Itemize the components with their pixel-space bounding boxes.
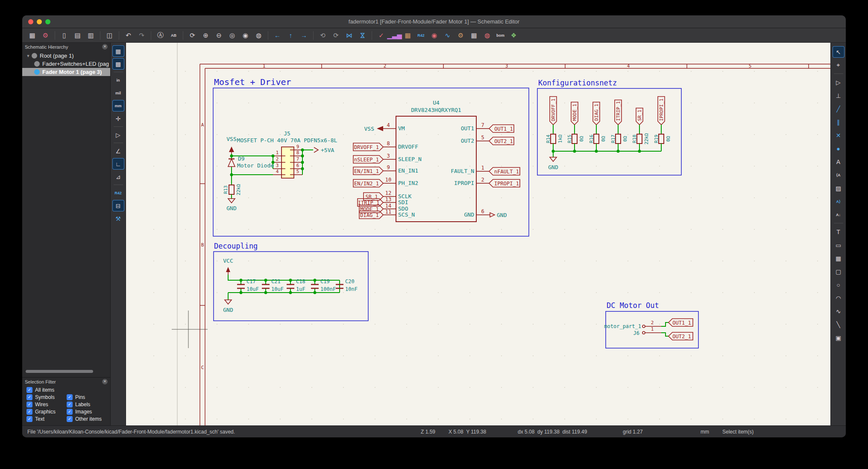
cursor-full-crosshair-button[interactable]: ✛ xyxy=(112,113,124,124)
nav-up-button[interactable]: ↑ xyxy=(285,30,296,41)
wrench-tools-button[interactable]: ⚒ xyxy=(112,213,124,224)
filter-other-items[interactable]: ✓Other items xyxy=(67,416,107,422)
checkbox-checked-icon[interactable]: ✓ xyxy=(67,402,73,407)
find-replace-button[interactable]: AB xyxy=(168,30,179,41)
checkbox-checked-icon[interactable]: ✓ xyxy=(26,416,32,422)
cap-c19[interactable]: C19 100nF xyxy=(311,278,336,294)
sheet-item-2[interactable]: Fader Motor 1 (page 3) xyxy=(22,68,110,76)
units-mils-button[interactable]: mil xyxy=(112,87,124,99)
branch-itrip[interactable]: ITRIP_1 R17 0Ω xyxy=(610,100,628,151)
symbol-d9-diode[interactable]: D9 Motor Diode xyxy=(228,155,274,169)
power-vss-j5[interactable]: VSS xyxy=(226,136,236,154)
new-sheet-button[interactable]: ▯ xyxy=(59,30,70,41)
mirror-vertical-button[interactable]: ⋈ xyxy=(357,30,368,41)
highlight-net-button[interactable]: ⌖ xyxy=(833,59,845,71)
units-inches-button[interactable]: in xyxy=(112,74,124,86)
add-wire-button[interactable]: ╱ xyxy=(833,103,845,114)
hierarchy-close-icon[interactable]: ✕ xyxy=(102,44,108,50)
filter-images[interactable]: ✓Images xyxy=(67,409,107,415)
erc-markers-button[interactable]: ◍ xyxy=(481,30,493,41)
symbol-checker-button[interactable]: ◉ xyxy=(428,30,440,41)
power-vss-u4[interactable]: VSS xyxy=(364,126,383,132)
nav-forward-button[interactable]: → xyxy=(298,30,310,41)
annotate-auto-button[interactable]: R42 xyxy=(112,187,124,199)
rotate-ccw-button[interactable]: ⟲ xyxy=(317,30,328,41)
sim-settings-button[interactable]: ▦ xyxy=(402,30,413,41)
schematic-drawing[interactable]: 1 2 3 4 5 A B C Mosfet + Driver xyxy=(126,43,830,425)
add-junction-button[interactable]: ● xyxy=(833,143,845,154)
waveform-viewer-button[interactable]: ∿ xyxy=(442,30,453,41)
titlebar[interactable]: fadermotor1 [Fader-Front-Module/Fader Mo… xyxy=(22,15,846,28)
add-arc-button[interactable]: ◠ xyxy=(833,292,845,304)
units-mm-button[interactable]: mm xyxy=(112,100,124,111)
add-bus-button[interactable]: ∥ xyxy=(833,116,845,128)
tree-expand-icon[interactable]: ▼ xyxy=(26,54,31,58)
zoom-in-button[interactable]: ⊕ xyxy=(200,30,211,41)
save-button[interactable]: ▦ xyxy=(26,30,38,41)
zoom-fit-page-button[interactable]: ◎ xyxy=(226,30,238,41)
zoom-selection-button[interactable]: ◍ xyxy=(253,30,264,41)
global-labels-u4-right[interactable]: OUT1_1 OUT2_1 nFAULT_1 IPROPI_1 GND xyxy=(489,125,520,218)
sheet-item-0[interactable]: ▼Root (page 1) xyxy=(22,52,110,60)
checkbox-checked-icon[interactable]: ✓ xyxy=(26,394,32,400)
schematic-setup-button[interactable]: ⚙ xyxy=(40,30,51,41)
cap-c21[interactable]: C21 10uF xyxy=(262,278,284,294)
select-tool-button[interactable]: ↖ xyxy=(833,46,845,58)
selection-filter-close-icon[interactable]: ✕ xyxy=(102,379,108,384)
filter-text[interactable]: ✓Text xyxy=(26,416,67,422)
global-labels-u4-left[interactable]: DRVOFF_1 nSLEEP_1 EN/IN1_1 EN/IN2_1 SR_1… xyxy=(353,143,383,219)
add-line-button[interactable]: ╲ xyxy=(833,319,845,330)
refresh-view-button[interactable]: ⟳ xyxy=(187,30,198,41)
symbol-u4-driver[interactable]: U4 DRV8243HQRXYRQ1 4 8 3 9 10 12 xyxy=(380,100,490,222)
add-hier-label-button[interactable]: A⟩ xyxy=(833,196,845,207)
checkbox-checked-icon[interactable]: ✓ xyxy=(67,394,73,400)
cap-c17[interactable]: C17 10uF xyxy=(237,278,259,294)
add-hier-sheet-button[interactable]: ▨ xyxy=(833,182,845,194)
import-sheet-pin-button[interactable]: A↓ xyxy=(833,209,845,220)
symbol-r13[interactable]: R13 22kΩ xyxy=(223,184,241,199)
add-circle-button[interactable]: ○ xyxy=(833,279,845,290)
power-5va[interactable]: +5VA xyxy=(314,147,334,153)
add-net-label-button[interactable]: A xyxy=(833,156,845,167)
zoom-fit-objects-button[interactable]: ◉ xyxy=(240,30,251,41)
rotate-cw-button[interactable]: ⟳ xyxy=(330,30,342,41)
konfig-branches[interactable]: DRVOFF_1 R14 1kΩ MODE_1 R15 xyxy=(545,97,671,151)
wire-45-angle-button[interactable]: ⊿ xyxy=(112,171,124,182)
annotate-button[interactable]: R42 xyxy=(415,30,427,41)
add-global-label-button[interactable]: ⟨A xyxy=(833,169,845,181)
branch-sr[interactable]: SR_1 R18 22kΩ xyxy=(632,108,649,151)
assign-footprints-button[interactable]: ⚙ xyxy=(455,30,466,41)
power-gnd-j5[interactable]: GND xyxy=(226,199,237,211)
add-text-button[interactable]: T xyxy=(833,226,845,237)
add-table-button[interactable]: ▦ xyxy=(833,252,845,264)
filter-graphics[interactable]: ✓Graphics xyxy=(26,409,67,415)
zoom-out-button[interactable]: ⊖ xyxy=(213,30,225,41)
mirror-horizontal-button[interactable]: ⋈ xyxy=(343,30,355,41)
branch-diag[interactable]: DIAG_1 R16 0Ω xyxy=(589,102,606,151)
erc-button[interactable]: ✓ xyxy=(375,30,387,41)
plot-button[interactable]: ▥ xyxy=(85,30,97,41)
filter-pins[interactable]: ✓Pins xyxy=(67,394,107,400)
undo-button[interactable]: ↶ xyxy=(123,30,134,41)
filter-all-items[interactable]: ✓All items xyxy=(26,387,107,393)
simulator-button[interactable]: ▁▃▅ xyxy=(389,30,400,41)
hierarchy-navigator-button[interactable]: ⊟ xyxy=(112,200,124,211)
nav-back-button[interactable]: ← xyxy=(272,30,283,41)
checkbox-checked-icon[interactable]: ✓ xyxy=(26,402,32,407)
symbol-fields-table-button[interactable]: ▦ xyxy=(468,30,480,41)
checkbox-checked-icon[interactable]: ✓ xyxy=(26,409,32,415)
add-power-port-button[interactable]: ⊥ xyxy=(833,90,845,101)
grid-visibility-button[interactable]: ▦ xyxy=(112,45,124,57)
cap-c18[interactable]: C18 1uF xyxy=(287,278,305,294)
filter-wires[interactable]: ✓Wires xyxy=(26,402,67,407)
checkbox-checked-icon[interactable]: ✓ xyxy=(67,416,73,422)
section-dc-motor-out[interactable]: DC Motor Out motor_part_1 J6 2 1 OUT1_1 … xyxy=(604,301,698,348)
wire-free-angle-button[interactable]: ∠ xyxy=(112,145,124,157)
redo-button[interactable]: ↷ xyxy=(136,30,147,41)
branch-mode[interactable]: MODE_1 R15 0Ω xyxy=(567,102,584,151)
hide-invisible-pins-button[interactable]: ▷ xyxy=(112,129,124,141)
add-no-connect-button[interactable]: ✕ xyxy=(833,129,845,141)
section-konfigurationsnetz[interactable]: Konfigurationsnetz GND xyxy=(537,79,681,175)
sheet-item-1[interactable]: Fader+Switches+LED (pag xyxy=(22,60,110,68)
checkbox-checked-icon[interactable]: ✓ xyxy=(67,409,73,415)
